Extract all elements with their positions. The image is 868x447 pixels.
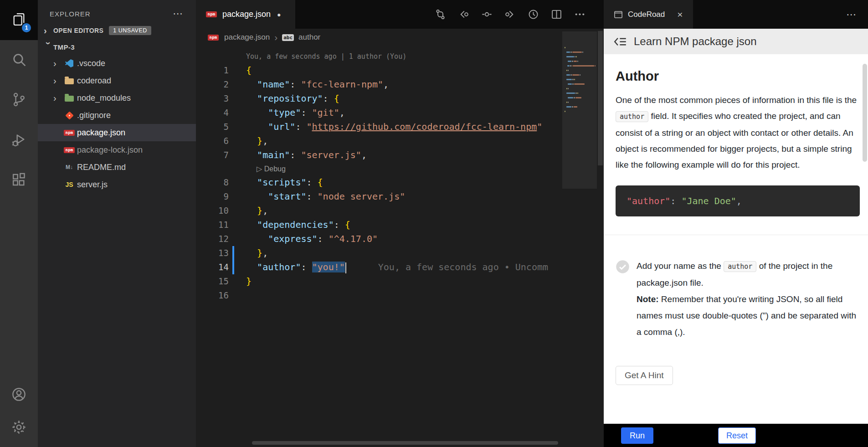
token: : [301, 107, 312, 118]
npm-icon: npm [205, 11, 218, 17]
file-.vscode[interactable]: ›.vscode [38, 55, 196, 72]
line-number: 5 [196, 120, 229, 134]
activitybar-item-source-control[interactable] [0, 80, 38, 120]
code-row[interactable]: 15} [196, 274, 562, 288]
code-row[interactable]: 8 "scripts": { [196, 175, 562, 190]
code-row[interactable]: 11 "dependencies": { [196, 218, 562, 232]
more-actions-icon[interactable]: ⋯ [173, 8, 183, 20]
token: : [290, 149, 301, 160]
minimap-line [565, 88, 596, 89]
run-button[interactable]: Run [621, 427, 653, 444]
task-check-icon [616, 260, 630, 340]
minimap[interactable] [562, 29, 597, 447]
code-row[interactable]: 14 "author": "you!"You, a few seconds ag… [196, 260, 562, 274]
code-row[interactable]: 16 [196, 288, 562, 303]
text-segment: field. It specifies who created the proj… [616, 111, 853, 170]
file-history-icon[interactable] [528, 9, 539, 20]
vscode-icon [63, 59, 76, 67]
close-icon[interactable]: × [677, 9, 683, 20]
file-server.js[interactable]: JSserver.js [38, 176, 196, 193]
code-row[interactable]: 7 "main": "server.js", [196, 148, 562, 162]
get-hint-button[interactable]: Get A Hint [616, 366, 673, 385]
unsaved-badge: 1 UNSAVED [109, 26, 151, 35]
chevron-right-icon: › [53, 93, 63, 103]
activitybar-item-run-debug[interactable] [0, 120, 38, 160]
code-row[interactable]: 13 }, [196, 246, 562, 260]
vertical-scrollbar[interactable] [597, 29, 604, 447]
gutter-spacer [229, 106, 237, 120]
modified-gutter-indicator [229, 260, 237, 274]
line-number: 9 [196, 190, 229, 204]
coderoad-panel: CodeRoad × ⋯ Learn NPM package json Auth… [604, 0, 868, 447]
inline-code: author [616, 111, 648, 122]
breadcrumb-file[interactable]: package.json [224, 33, 270, 42]
panel-tab-label: CodeRoad [628, 10, 665, 19]
previous-change-icon[interactable] [458, 9, 469, 20]
panel-more-actions-icon[interactable]: ⋯ [846, 9, 868, 21]
task-line-2: Note: Remember that you're writing JSON,… [637, 291, 860, 340]
line-number: 15 [196, 274, 229, 288]
token: "start" [268, 191, 306, 202]
activitybar-item-explorer[interactable]: 1 [0, 0, 38, 40]
breadcrumb-symbol[interactable]: author [298, 33, 320, 42]
file-node_modules[interactable]: ›node_modules [38, 89, 196, 107]
token: "author" [257, 262, 301, 272]
token: "fcc-learn-npm" [301, 79, 383, 90]
code-row[interactable]: 10 }, [196, 204, 562, 218]
activitybar-item-extensions[interactable] [0, 160, 38, 200]
blame-annotation: You, a few seconds ago | 1 author (You) [196, 50, 562, 63]
workspace-root[interactable]: › TMP-3 [38, 40, 196, 55]
token [246, 205, 257, 216]
code-row[interactable]: 2 "name": "fcc-learn-npm", [196, 77, 562, 92]
code-row[interactable]: 5 "url": "https://github.com/coderoad/fc… [196, 120, 562, 134]
extensions-icon [10, 171, 27, 190]
horizontal-scrollbar[interactable] [252, 441, 558, 445]
line-content: "start": "node server.js" [237, 190, 562, 204]
file-package-lock.json[interactable]: npmpackage-lock.json [38, 141, 196, 159]
token: { [345, 219, 350, 230]
file-package.json[interactable]: npmpackage.json [38, 124, 196, 141]
file-coderoad[interactable]: ›coderoad [38, 72, 196, 89]
line-number: 3 [196, 92, 229, 106]
vertical-scrollbar-thumb[interactable] [598, 31, 603, 165]
file-README.md[interactable]: M↓README.md [38, 159, 196, 176]
code-row[interactable]: 3 "repository": { [196, 92, 562, 106]
token: : [306, 191, 317, 202]
tab-package-json[interactable]: npm package.json ● [196, 0, 295, 29]
activitybar-item-settings[interactable] [0, 411, 38, 444]
line-content: { [237, 63, 562, 77]
tab-coderoad[interactable]: CodeRoad × [604, 0, 693, 29]
more-actions-icon[interactable] [574, 9, 586, 20]
code-row[interactable]: 4 "type": "git", [196, 106, 562, 120]
gutter-spacer [229, 232, 237, 246]
token: "repository" [257, 93, 323, 104]
line-number: 16 [196, 288, 229, 303]
token: : [301, 262, 312, 272]
panel-scrollbar-thumb[interactable] [863, 64, 867, 162]
text-segment: Add your name as the [637, 261, 724, 271]
code-editor[interactable]: You, a few seconds ago | 1 author (You) … [196, 46, 562, 447]
text-segment: : [670, 195, 681, 206]
changes-icon[interactable] [481, 9, 493, 20]
file-.gitignore[interactable]: .gitignore [38, 107, 196, 124]
git-compare-icon[interactable] [435, 9, 446, 20]
activitybar-item-account[interactable] [0, 379, 38, 411]
sidebar-title: EXPLORER [50, 10, 91, 18]
code-row[interactable]: 1{ [196, 63, 562, 77]
next-change-icon[interactable] [504, 9, 516, 20]
modified-dot-icon[interactable]: ● [277, 11, 281, 18]
split-editor-icon[interactable] [551, 9, 562, 20]
coderoad-menu-icon[interactable] [614, 36, 627, 47]
activitybar-item-search[interactable] [0, 40, 38, 80]
code-row[interactable]: 9 "start": "node server.js" [196, 190, 562, 204]
open-editors-section[interactable]: › OPEN EDITORS 1 UNSAVED [38, 24, 196, 37]
token: " [537, 121, 542, 132]
gutter-spacer [229, 77, 237, 92]
tutorial-header: Learn NPM package json [604, 29, 868, 54]
token: } [257, 247, 262, 258]
code-row[interactable]: 6 }, [196, 134, 562, 148]
codelens[interactable]: ▷ Debug [196, 162, 562, 175]
code-row[interactable]: 12 "express": "^4.17.0" [196, 232, 562, 246]
minimap-line [565, 56, 596, 57]
reset-button[interactable]: Reset [718, 427, 756, 444]
